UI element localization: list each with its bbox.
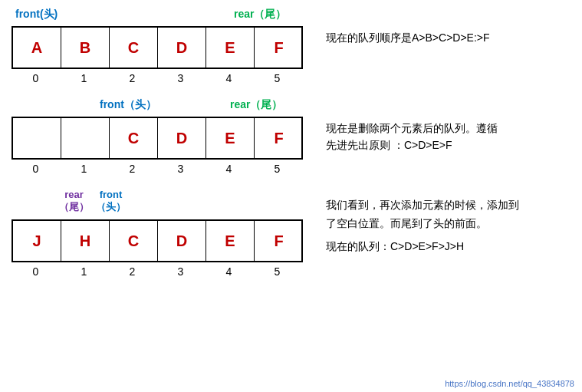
watermark: https://blog.csdn.net/qq_43834878 [445, 379, 574, 388]
idx-2-5: 5 [253, 163, 301, 175]
diagram-section-3: rear （尾） front （头） J H C D E F 0 1 2 3 4… [12, 189, 570, 278]
rear-label-line1: rear [59, 189, 89, 200]
cell-2-3: D [158, 118, 206, 158]
cell-1-4: E [206, 28, 255, 68]
front-label-line2: （头） [96, 200, 126, 214]
idx-3-1: 1 [60, 265, 108, 278]
cell-1-5: F [255, 28, 303, 68]
cell-3-3: D [158, 221, 206, 261]
cell-2-2: C [110, 118, 158, 158]
idx-1-3: 3 [156, 72, 205, 84]
idx-2-1: 1 [60, 163, 108, 175]
cell-1-3: D [158, 28, 206, 68]
idx-2-0: 0 [12, 163, 60, 175]
cell-3-2: C [110, 221, 158, 261]
desc-1-line1: 现在的队列顺序是A>B>C>D>E:>F [326, 31, 490, 44]
index-row-3: 0 1 2 3 4 5 [12, 265, 303, 278]
description-1: 现在的队列顺序是A>B>C>D>E:>F [326, 29, 490, 46]
idx-3-2: 2 [108, 265, 156, 278]
rear-label-line2: （尾） [59, 200, 89, 214]
idx-1-5: 5 [253, 72, 301, 84]
cell-1-2: C [110, 28, 158, 68]
cell-2-1 [61, 118, 110, 158]
idx-3-5: 5 [253, 265, 301, 278]
cells-3: J H C D E F [12, 219, 303, 262]
idx-2-4: 4 [205, 163, 253, 175]
desc-3-line3: 现在的队列：C>D>E>F>J>H [326, 238, 519, 256]
desc-3-line2: 了空白位置。而尾到了头的前面。 [326, 215, 519, 233]
description-2: 现在是删除两个元素后的队列。遵循 先进先出原则 ：C>D>E>F [326, 120, 498, 154]
rear-label-2: rear（尾） [230, 98, 282, 112]
cells-2: C D E F [12, 117, 303, 160]
idx-3-4: 4 [205, 265, 253, 278]
description-3: 我们看到，再次添加元素的时候，添加到 了空白位置。而尾到了头的前面。 现在的队列… [326, 196, 519, 255]
rear-dual-label: rear （尾） [59, 189, 89, 214]
cell-3-4: E [206, 221, 255, 261]
index-row-1: 0 1 2 3 4 5 [12, 72, 303, 84]
front-label-1: front(头) [15, 8, 58, 21]
idx-1-0: 0 [12, 72, 60, 84]
index-row-2: 0 1 2 3 4 5 [12, 163, 303, 175]
cell-3-0: J [13, 221, 61, 261]
cell-2-5: F [255, 118, 303, 158]
idx-3-3: 3 [156, 265, 205, 278]
diagram-section-1: front(头) rear（尾） A B C D E F 0 1 2 3 4 5… [12, 8, 570, 84]
idx-1-4: 4 [205, 72, 253, 84]
desc-2-line1: 现在是删除两个元素后的队列。遵循 [326, 120, 498, 137]
cells-1: A B C D E F [12, 26, 303, 69]
front-dual-label: front （头） [96, 189, 126, 214]
idx-2-3: 3 [156, 163, 205, 175]
diagram-section-2: front（头） rear（尾） C D E F 0 1 2 3 4 5 现在是… [12, 98, 570, 175]
rear-label-1: rear（尾） [234, 8, 286, 21]
front-label-2: front（头） [100, 98, 156, 112]
idx-1-2: 2 [108, 72, 156, 84]
idx-2-2: 2 [108, 163, 156, 175]
cell-3-1: H [61, 221, 110, 261]
label-row-1: front(头) rear（尾） [12, 8, 570, 25]
label-row-2: front（头） rear（尾） [12, 98, 570, 115]
idx-1-1: 1 [60, 72, 108, 84]
cell-1-1: B [61, 28, 110, 68]
desc-3-line1: 我们看到，再次添加元素的时候，添加到 [326, 196, 519, 215]
cell-1-0: A [13, 28, 61, 68]
cell-2-0 [13, 118, 61, 158]
cell-2-4: E [206, 118, 255, 158]
idx-3-0: 0 [12, 265, 60, 278]
front-label-line1: front [96, 189, 126, 200]
cell-3-5: F [255, 221, 303, 261]
desc-2-line2: 先进先出原则 ：C>D>E>F [326, 137, 498, 153]
